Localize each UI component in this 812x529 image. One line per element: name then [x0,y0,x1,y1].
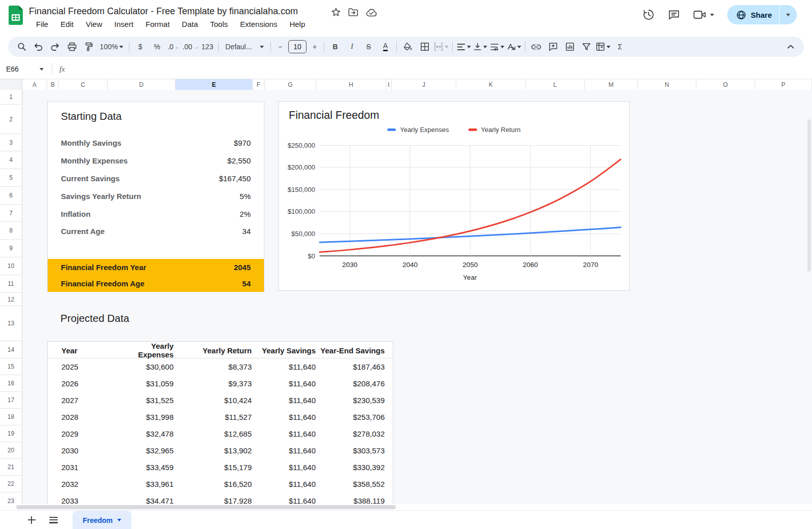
row-header-19[interactable]: 19 [0,425,22,442]
table-cell[interactable]: $13,902 [174,446,252,455]
comments-icon[interactable] [668,9,680,21]
row-header-9[interactable]: 9 [0,240,22,257]
starting-data-row[interactable]: Current Savings$167,450 [48,172,264,184]
text-rotation-icon[interactable] [505,39,522,54]
name-box[interactable]: E66 [0,65,40,73]
all-sheets-icon[interactable] [43,511,63,529]
starting-data-value[interactable]: 5% [240,192,251,201]
financial-freedom-row[interactable]: Financial Freedom Year2045 [48,259,264,276]
table-cell[interactable]: $34,471 [114,497,174,504]
formula-input[interactable] [65,60,812,78]
column-header-B[interactable]: B [47,79,59,90]
search-icon[interactable] [13,39,30,54]
table-cell[interactable]: $16,520 [174,480,252,488]
starting-data-value[interactable]: $2,550 [227,156,251,165]
share-dropdown[interactable] [780,5,797,24]
create-filter-icon[interactable] [578,39,595,54]
row-header-11[interactable]: 11 [0,275,22,293]
paint-format-icon[interactable] [80,39,97,54]
table-cell[interactable]: 2025 [61,362,114,371]
column-header-O[interactable]: O [696,79,755,90]
starting-data-row[interactable]: Inflation2% [48,208,264,220]
column-header-H[interactable]: H [316,79,386,90]
row-header-23[interactable]: 23 [0,492,22,504]
table-cell[interactable]: $330,392 [316,463,385,472]
name-box-caret-icon[interactable] [40,68,44,71]
row-header-1[interactable]: 1 [0,90,22,105]
text-wrapping-icon[interactable] [489,39,505,54]
zoom-select[interactable]: 100% [97,39,126,54]
starting-data-value[interactable]: 34 [242,227,251,236]
table-cell[interactable]: $11,640 [252,379,316,388]
row-header-17[interactable]: 17 [0,392,22,409]
more-formats-icon[interactable]: 123 [199,39,216,54]
row-header-12[interactable]: 12 [0,293,22,306]
document-title[interactable]: Financial Freedom Calculator - Free Temp… [29,6,298,17]
menu-insert[interactable]: Insert [110,19,138,29]
row-header-5[interactable]: 5 [0,169,22,187]
table-row[interactable]: 2032$33,961$16,520$11,640$358,552 [48,476,393,492]
row-header-4[interactable]: 4 [0,151,22,169]
increase-decimal-icon[interactable]: .00→ [182,39,199,54]
table-cell[interactable]: $33,459 [114,463,174,472]
font-size-input[interactable]: 10 [288,40,307,53]
table-cell[interactable]: $11,640 [252,396,316,405]
vertical-scrollbar[interactable] [807,119,811,272]
table-cell[interactable]: $31,525 [114,396,174,405]
insert-chart-icon[interactable] [561,39,578,54]
table-cell[interactable]: $32,965 [114,446,174,455]
table-cell[interactable]: $11,640 [252,413,316,421]
starting-data-value[interactable]: 2% [240,210,251,218]
undo-icon[interactable] [30,39,47,54]
sheet-tab-freedom[interactable]: Freedom [73,511,131,529]
table-cell[interactable]: $11,640 [252,446,316,455]
select-all-corner[interactable] [0,79,22,90]
video-call-caret-icon[interactable] [710,14,714,16]
row-header-21[interactable]: 21 [0,459,22,476]
table-row[interactable]: 2025$30,600$8,373$11,640$187,463 [48,358,393,375]
starting-data-row[interactable]: Current Age34 [48,225,264,237]
font-family-select[interactable]: Defaul... [221,39,268,54]
table-cell[interactable]: $11,640 [252,463,316,472]
column-header-A[interactable]: A [22,79,47,90]
table-cell[interactable]: $33,961 [114,480,174,488]
bold-button[interactable]: B [327,39,344,54]
row-header-3[interactable]: 3 [0,134,22,151]
highlight-value[interactable]: 2045 [234,263,251,272]
starting-data-value[interactable]: $167,450 [219,174,251,183]
table-cell[interactable]: $32,478 [114,429,174,438]
table-cell[interactable]: $11,527 [174,413,252,421]
row-header-8[interactable]: 8 [0,222,22,240]
row-header-16[interactable]: 16 [0,375,22,392]
menu-extensions[interactable]: Extensions [235,19,282,29]
print-icon[interactable] [63,39,80,54]
table-cell[interactable]: $358,552 [316,480,385,488]
menu-tools[interactable]: Tools [206,19,232,29]
highlight-value[interactable]: 54 [242,279,251,288]
row-header-7[interactable]: 7 [0,205,22,222]
financial-freedom-chart[interactable]: Financial Freedom Yearly ExpensesYearly … [278,101,630,291]
column-header-F[interactable]: F [253,79,265,90]
menu-edit[interactable]: Edit [56,19,78,29]
financial-freedom-highlight[interactable]: Financial Freedom Year2045Financial Free… [48,259,264,292]
italic-button[interactable]: I [344,39,360,54]
row-header-10[interactable]: 10 [0,257,22,275]
table-row[interactable]: 2026$31,059$9,373$11,640$208,476 [48,375,393,392]
table-cell[interactable]: $9,373 [174,379,252,388]
column-header-K[interactable]: K [456,79,526,90]
column-header-E[interactable]: E [176,79,253,90]
table-cell[interactable]: $15,179 [174,463,252,472]
starting-data-panel[interactable]: Starting Data Monthly Savings$970Monthly… [47,102,264,292]
column-header-L[interactable]: L [526,79,585,90]
table-cell[interactable]: 2032 [61,480,114,488]
insert-comment-icon[interactable] [545,39,561,54]
table-cell[interactable]: $388,119 [316,497,385,504]
financial-freedom-row[interactable]: Financial Freedom Age54 [48,276,264,292]
format-percent-icon[interactable]: % [149,39,165,54]
table-cell[interactable]: $17,928 [174,497,252,504]
table-row[interactable]: 2033$34,471$17,928$11,640$388,119 [48,492,393,504]
table-cell[interactable]: $208,476 [316,379,385,388]
insert-link-icon[interactable] [528,39,545,54]
table-cell[interactable]: $11,640 [252,362,316,371]
menu-help[interactable]: Help [285,19,310,29]
